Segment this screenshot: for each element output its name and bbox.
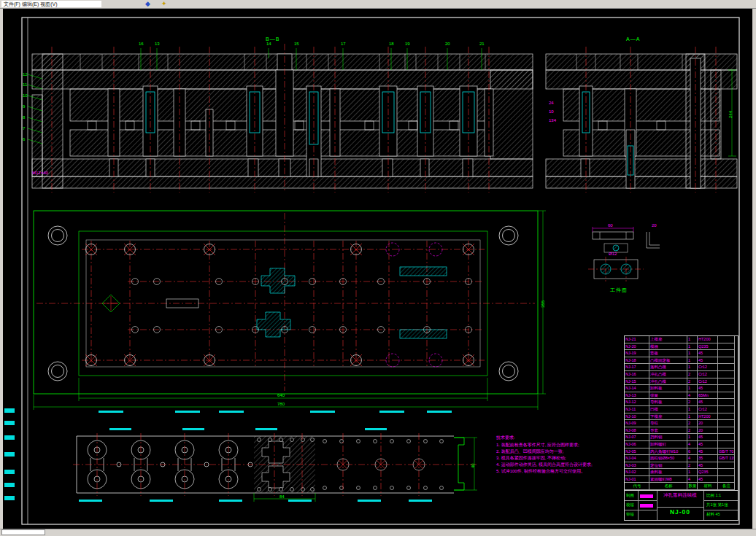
parts-cell: 上模座 — [649, 336, 687, 343]
balloon-label: 19 — [405, 42, 410, 46]
balloon-label: 17 — [341, 42, 346, 46]
parts-cell: 1 — [687, 469, 698, 476]
parts-cell: Cr12 — [698, 371, 718, 378]
parts-cell — [718, 350, 735, 357]
parts-cell: 内六角螺钉M10 — [649, 448, 687, 456]
parts-cell: 45 — [698, 357, 718, 365]
parts-cell: GB/T 70.1 — [718, 448, 735, 456]
tech-requirement-line: 2. 装配后凸、凹模间隙应均匀一致; — [496, 448, 625, 455]
tech-requirement-line: 3. 模具各紧固件连接牢固, 不得松动; — [496, 455, 625, 462]
parts-cell: NJ-04 — [625, 455, 649, 462]
balloon-label: 8 — [23, 115, 25, 120]
dim-aa-2: 10 — [549, 109, 554, 114]
parts-cell: 1 — [687, 434, 698, 441]
parts-cell: NJ-18 — [625, 357, 649, 365]
parts-cell: 45 — [698, 399, 718, 406]
parts-cell: 2 — [687, 371, 698, 378]
parts-cell: NJ-12 — [625, 399, 649, 406]
parts-cell — [718, 399, 735, 406]
section-label-aa: A—A — [626, 36, 640, 42]
dim-screw-note: M12×40 — [32, 171, 48, 175]
parts-cell: 65Mn — [698, 392, 718, 400]
parts-cell — [718, 392, 735, 400]
dim-aa-3: 134 — [549, 118, 556, 123]
parts-cell: 45 — [698, 462, 718, 470]
parts-cell — [718, 434, 735, 441]
tech-requirement-line: 1. 装配前检查各零件尺寸, 应符合图样要求; — [496, 442, 625, 448]
sheets-field: 共1张 第1张 — [706, 503, 728, 508]
parts-cell: 紧固螺钉M8 — [649, 476, 687, 483]
parts-cell: 45 — [698, 441, 718, 448]
title-block: 制图 校核 审核 冲孔落料连续模 NJ-00 比例 1:1 共1张 第1张 材料… — [624, 490, 738, 521]
dim-detail-2: 20 — [652, 223, 657, 228]
dim-plan-side: 355 — [541, 300, 545, 308]
parts-cell: HT200 — [698, 413, 718, 421]
tech-requirement-line: 4. 运动部件动作灵活, 模具闭合高度符合设计要求; — [496, 462, 625, 468]
tech-requirements-items: 1. 装配前检查各零件尺寸, 应符合图样要求;2. 装配后凸、凹模间隙应均匀一致… — [496, 442, 625, 475]
tech-requirement-line: 5. 试冲100件, 制件经检验合格方可交付使用。 — [496, 468, 625, 475]
parts-cell — [718, 420, 735, 427]
parts-cell: 1 — [687, 406, 698, 413]
parts-cell: 4 — [687, 476, 698, 483]
horizontal-scrollbar[interactable] — [1, 529, 45, 535]
parts-cell: 1 — [687, 343, 698, 351]
parts-cell — [718, 462, 735, 470]
parts-cell: 1 — [687, 364, 698, 371]
strip-layout-view — [73, 433, 478, 502]
balloon-label: 15 — [294, 42, 299, 46]
parts-cell: 冲孔凸模 — [649, 378, 687, 386]
parts-cell — [718, 441, 735, 448]
dim-detail-3: Ø12 — [609, 252, 617, 256]
parts-cell: 卸料螺钉 — [649, 441, 687, 448]
parts-cell: NJ-17 — [625, 364, 649, 371]
parts-cell: 导料板 — [649, 399, 687, 406]
signature-mark — [640, 504, 653, 508]
parts-cell — [718, 364, 735, 371]
parts-cell: 1 — [687, 336, 698, 343]
parts-cell: 落料凸模 — [649, 364, 687, 371]
parts-cell: 1 — [687, 413, 698, 421]
parts-cell: 模柄 — [649, 343, 687, 351]
parts-cell: 2 — [687, 462, 698, 470]
parts-cell: 冲孔凸模 — [649, 371, 687, 378]
parts-cell — [718, 343, 735, 351]
parts-cell — [718, 406, 735, 413]
balloon-label: 16 — [139, 42, 144, 46]
balloon-label: 12 — [23, 72, 28, 77]
parts-cell: HT200 — [698, 336, 718, 343]
parts-header-cell: 代号 — [625, 483, 649, 490]
dim-plan-inner: 640 — [277, 393, 285, 397]
parts-cell: NJ-21 — [625, 336, 649, 343]
balloon-label: 20 — [445, 42, 450, 46]
parts-cell — [718, 357, 735, 365]
parts-list: NJ-21上模座1HT200NJ-20模柄1Q235NJ-19垫板145NJ-1… — [624, 335, 738, 492]
dim-strip-pitch: 84 — [279, 494, 285, 499]
designer-label: 制图 — [626, 494, 634, 498]
workpiece-view-label: 工件图 — [610, 287, 628, 292]
parts-cell — [718, 413, 735, 421]
balloon-label: 9 — [23, 104, 25, 109]
scale-field: 比例 1:1 — [706, 494, 721, 498]
plan-view — [34, 211, 546, 410]
parts-cell: 2 — [687, 420, 698, 427]
parts-cell: 1 — [687, 350, 698, 357]
parts-cell: NJ-05 — [625, 448, 649, 456]
balloon-label: 11 — [23, 82, 27, 87]
parts-cell: 导套 — [649, 427, 687, 435]
tech-requirements-title: 技术要求: — [496, 435, 625, 441]
parts-cell: 45 — [698, 350, 718, 357]
parts-cell: GB/T 119.1 — [718, 455, 735, 462]
parts-cell: 45 — [698, 448, 718, 456]
menu-bar-fragment[interactable]: 文件(F) 编辑(E) 视图(V) — [1, 1, 101, 7]
workpiece-detail-views — [588, 227, 660, 281]
parts-cell: 45 — [698, 476, 718, 483]
parts-header-cell: 名称 — [649, 483, 687, 490]
parts-cell: 凹模 — [649, 406, 687, 413]
balloon-label: 7 — [23, 126, 25, 131]
toolbar-icon-b[interactable]: ✦ — [161, 0, 167, 8]
toolbar-icon-a[interactable]: ◆ — [145, 0, 150, 8]
parts-cell: NJ-07 — [625, 434, 649, 441]
parts-cell: 45 — [698, 385, 718, 392]
parts-cell — [718, 336, 735, 343]
parts-cell — [718, 427, 735, 435]
